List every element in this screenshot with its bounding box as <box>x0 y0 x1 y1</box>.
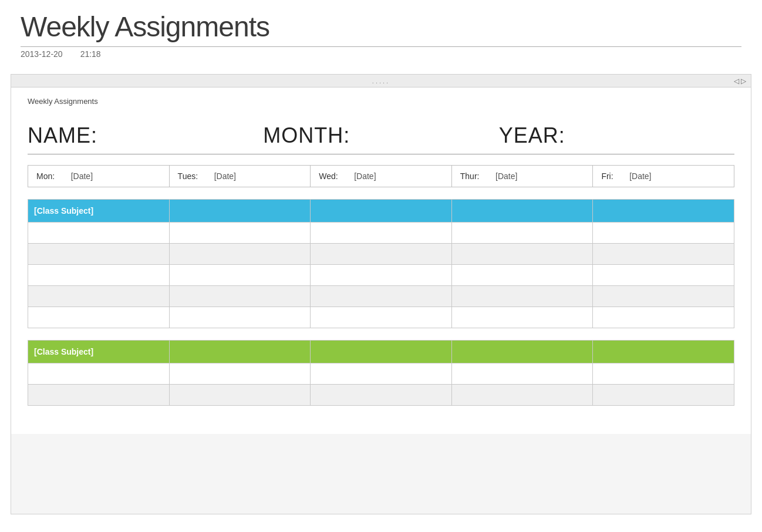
table-row <box>28 363 734 385</box>
name-label: NAME: <box>28 123 263 148</box>
assignments-table-blue: [Class Subject] <box>28 199 734 328</box>
blue-subject-label: [Class Subject] <box>28 200 169 222</box>
days-row: Mon: [Date] Tues: [Date] Wed: [Date] Thu… <box>28 166 734 187</box>
page-date: 2013-12-20 <box>21 49 63 59</box>
green-header-cell-1: [Class Subject] <box>28 341 170 363</box>
blue-header-cell-2 <box>169 200 311 223</box>
year-label: YEAR: <box>499 123 734 148</box>
day-tues: Tues: [Date] <box>169 166 311 187</box>
blue-header-cell-4 <box>451 200 593 223</box>
day-mon: Mon: [Date] <box>28 166 170 187</box>
table-row <box>28 286 734 307</box>
day-thur: Thur: [Date] <box>451 166 593 187</box>
header-row-green: [Class Subject] <box>28 341 734 363</box>
blue-header-cell-5 <box>593 200 734 223</box>
day-wed-name: Wed: <box>319 171 338 181</box>
day-mon-name: Mon: <box>36 171 55 181</box>
table-row <box>28 307 734 328</box>
document-container: ..... ◁ ▷ Weekly Assignments NAME: MONTH… <box>11 74 751 514</box>
doc-subtitle: Weekly Assignments <box>28 97 734 106</box>
header-divider <box>21 46 741 47</box>
day-wed: Wed: [Date] <box>311 166 452 187</box>
page-title: Weekly Assignments <box>21 11 741 43</box>
topbar-dots: ..... <box>372 78 390 85</box>
day-tues-name: Tues: <box>178 171 198 181</box>
topbar-arrow: ◁ ▷ <box>734 77 746 85</box>
day-fri: Fri: [Date] <box>593 166 734 187</box>
page-meta: 2013-12-20 21:18 <box>21 49 741 59</box>
day-tues-date: [Date] <box>207 171 236 181</box>
day-mon-date: [Date] <box>64 171 93 181</box>
green-header-cell-2 <box>169 341 311 363</box>
day-fri-name: Fri: <box>601 171 613 181</box>
page-time: 21:18 <box>80 49 101 59</box>
month-label: MONTH: <box>263 123 498 148</box>
doc-topbar: ..... ◁ ▷ <box>11 75 751 87</box>
green-header-cell-3 <box>311 341 452 363</box>
blue-header-cell-1: [Class Subject] <box>28 200 170 223</box>
page-header: Weekly Assignments 2013-12-20 21:18 <box>0 0 762 63</box>
day-thur-date: [Date] <box>488 171 517 181</box>
table-row <box>28 223 734 244</box>
day-wed-date: [Date] <box>348 171 376 181</box>
header-row-blue: [Class Subject] <box>28 200 734 223</box>
green-header-cell-4 <box>451 341 593 363</box>
blue-header-cell-3 <box>311 200 452 223</box>
fields-divider <box>28 154 734 154</box>
table-row <box>28 244 734 265</box>
doc-inner: Weekly Assignments NAME: MONTH: YEAR: Mo… <box>11 87 751 434</box>
table-row <box>28 265 734 286</box>
green-header-cell-5 <box>593 341 734 363</box>
day-thur-name: Thur: <box>460 171 480 181</box>
fields-row: NAME: MONTH: YEAR: <box>28 123 734 148</box>
day-fri-date: [Date] <box>622 171 651 181</box>
assignments-table-green: [Class Subject] <box>28 340 734 406</box>
green-subject-label: [Class Subject] <box>28 341 169 363</box>
table-row <box>28 385 734 406</box>
days-table: Mon: [Date] Tues: [Date] Wed: [Date] Thu… <box>28 165 734 187</box>
